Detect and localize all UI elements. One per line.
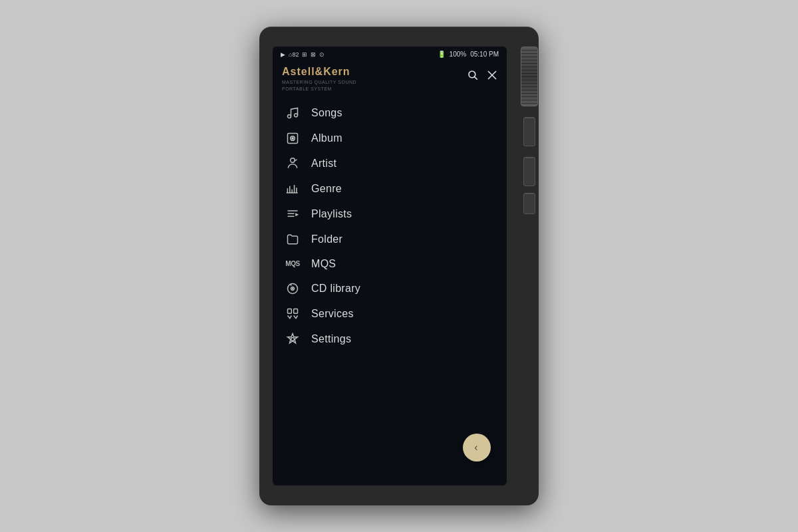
mqs-icon: MQS (285, 260, 301, 267)
cd-library-icon (285, 282, 301, 295)
svg-point-27 (291, 337, 295, 340)
menu-item-genre[interactable]: Genre (273, 176, 507, 201)
back-button[interactable]: ‹ (463, 434, 491, 462)
services-icon (285, 307, 301, 321)
menu-list: Songs Album (273, 95, 507, 485)
side-controls (520, 27, 539, 505)
status-right: 🔋 100% 05:10 PM (438, 51, 499, 58)
lock-icon: ⊠ (311, 51, 316, 58)
settings-icon (285, 332, 301, 346)
brand-name: Astell&Kern (282, 66, 356, 78)
search-icon[interactable] (467, 68, 479, 81)
device: ▶ ⌂82 ⊞ ⊠ ⊙ 🔋 100% 05:10 PM Astell&Kern (259, 27, 539, 505)
menu-item-album[interactable]: Album (273, 126, 507, 151)
artist-icon (285, 157, 301, 170)
menu-item-playlists[interactable]: Playlists (273, 201, 507, 227)
music-note-icon (285, 106, 301, 120)
menu-item-folder[interactable]: Folder (273, 227, 507, 252)
side-button-bottom[interactable] (523, 193, 535, 214)
battery-icon: 🔋 (438, 51, 446, 58)
brand-tagline: MASTERING QUALITY SOUND PORTABLE SYSTEM (282, 79, 356, 92)
settings-label: Settings (311, 333, 351, 345)
screen: ▶ ⌂82 ⊞ ⊠ ⊙ 🔋 100% 05:10 PM Astell&Kern (273, 47, 507, 485)
artist-label: Artist (311, 158, 336, 170)
battery-level: 100% (450, 51, 467, 58)
brand-block: Astell&Kern MASTERING QUALITY SOUND PORT… (282, 66, 356, 92)
screen-lock-icon: ⊙ (319, 51, 325, 58)
svg-marker-26 (288, 334, 298, 343)
side-button-top[interactable] (523, 117, 535, 146)
menu-item-cd-library[interactable]: CD library (273, 276, 507, 301)
svg-point-22 (292, 288, 293, 289)
services-label: Services (311, 308, 354, 320)
playlists-label: Playlists (311, 208, 352, 220)
wifi-icon: ⌂82 (289, 51, 299, 58)
status-bar: ▶ ⌂82 ⊞ ⊠ ⊙ 🔋 100% 05:10 PM (273, 47, 507, 61)
time-display: 05:10 PM (470, 51, 499, 58)
close-icon[interactable] (487, 68, 497, 80)
menu-item-settings[interactable]: Settings (273, 327, 507, 352)
mqs-label: MQS (311, 258, 336, 270)
svg-point-8 (292, 137, 294, 139)
folder-icon (285, 233, 301, 246)
svg-rect-24 (288, 309, 292, 313)
menu-item-artist[interactable]: Artist (273, 151, 507, 176)
genre-label: Genre (311, 183, 342, 195)
album-icon (285, 132, 301, 145)
songs-label: Songs (311, 107, 342, 119)
cd-library-label: CD library (311, 283, 360, 295)
back-arrow-icon: ‹ (474, 442, 477, 454)
svg-rect-25 (294, 309, 298, 313)
album-label: Album (311, 132, 342, 144)
device-body: ▶ ⌂82 ⊞ ⊠ ⊙ 🔋 100% 05:10 PM Astell&Kern (259, 27, 520, 505)
folder-label: Folder (311, 233, 342, 245)
header-actions (467, 66, 497, 81)
header: Astell&Kern MASTERING QUALITY SOUND PORT… (273, 61, 507, 95)
svg-point-0 (469, 71, 475, 78)
menu-item-mqs[interactable]: MQS MQS (273, 252, 507, 276)
side-button-middle[interactable] (523, 157, 535, 186)
menu-item-services[interactable]: Services (273, 301, 507, 327)
svg-point-4 (288, 114, 291, 118)
menu-item-songs[interactable]: Songs (273, 100, 507, 126)
play-icon: ▶ (281, 51, 285, 58)
genre-icon (285, 182, 301, 196)
playlists-icon (285, 207, 301, 221)
status-left: ▶ ⌂82 ⊞ ⊠ ⊙ (281, 51, 325, 58)
eq-icon: ⊞ (302, 51, 307, 58)
volume-wheel[interactable] (521, 47, 538, 106)
svg-line-1 (475, 76, 477, 79)
svg-marker-19 (295, 213, 299, 216)
svg-point-5 (295, 113, 298, 116)
